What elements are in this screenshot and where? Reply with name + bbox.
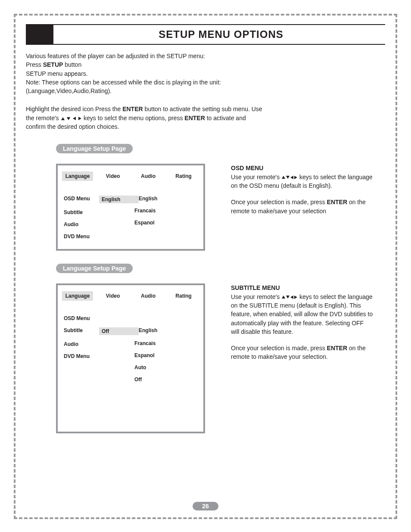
menu-value: English xyxy=(99,196,139,203)
menu-label: Subtitle xyxy=(62,327,102,333)
description-heading: SUBTITLE MENU xyxy=(231,283,373,292)
setup-section: Language Setup PageLanguageVideoAudioRat… xyxy=(56,144,385,251)
menu-option: Francais xyxy=(134,340,199,346)
menu-label: OSD Menu xyxy=(62,315,102,321)
arrow-up-icon xyxy=(282,176,285,179)
page: SETUP MENU OPTIONS Various features of t… xyxy=(0,0,411,532)
arrow-left-icon xyxy=(73,117,76,120)
intro-line: Press SETUP button xyxy=(26,60,385,69)
menu-value: Off xyxy=(99,327,139,335)
menu-option: English xyxy=(139,196,182,202)
section-pill: Language Setup Page xyxy=(56,144,133,153)
arrow-right-icon xyxy=(294,176,297,179)
intro-line: Various features of the player can be ad… xyxy=(26,52,385,60)
description-text: Use your remote's keys to select the lan… xyxy=(231,292,373,336)
menu-option: English xyxy=(139,327,182,333)
description: OSD MENUUse your remote's keys to select… xyxy=(231,164,373,223)
setup-section: Language Setup PageLanguageVideoAudioRat… xyxy=(56,264,385,433)
section-pill: Language Setup Page xyxy=(56,264,133,273)
description-text: Once your selection is made, press ENTER… xyxy=(231,344,373,361)
tab-row: LanguageVideoAudioRating xyxy=(62,171,199,181)
menu-label: Audio xyxy=(62,341,102,347)
title-marker xyxy=(26,25,53,44)
page-number: 26 xyxy=(193,502,218,510)
menu-row: DVD Menu xyxy=(62,233,199,240)
arrow-up-icon xyxy=(282,296,285,299)
tab: Language xyxy=(62,171,93,181)
menu-option: Off xyxy=(134,376,199,383)
tab: Rating xyxy=(168,291,199,301)
description: SUBTITLE MENUUse your remote's keys to s… xyxy=(231,283,373,369)
arrow-left-icon xyxy=(290,296,293,299)
arrow-down-icon xyxy=(286,296,290,299)
menu-option: Francais xyxy=(134,208,199,214)
two-column: LanguageVideoAudioRatingOSD MenuSubtitle… xyxy=(56,283,385,433)
arrow-right-icon xyxy=(78,117,81,120)
arrow-right-icon xyxy=(294,296,297,299)
arrow-down-icon xyxy=(67,117,70,120)
menu-option: Espanol xyxy=(134,220,199,226)
description-text: Once your selection is made, press ENTER… xyxy=(231,198,373,215)
title-row: SETUP MENU OPTIONS xyxy=(26,24,385,45)
tab-row: LanguageVideoAudioRating xyxy=(62,291,199,301)
osd-box: LanguageVideoAudioRatingOSD MenuEnglishE… xyxy=(56,164,205,251)
menu-label: DVD Menu xyxy=(62,233,102,240)
arrow-down-icon xyxy=(286,176,290,179)
arrow-left-icon xyxy=(290,176,293,179)
tab: Video xyxy=(97,291,128,301)
intro-line: (Language,Video,Audio,Rating). xyxy=(26,87,385,95)
menu-label: DVD Menu xyxy=(62,353,102,359)
intro-line: Note: These options can be accessed whil… xyxy=(26,78,385,87)
page-title: SETUP MENU OPTIONS xyxy=(57,28,385,40)
two-column: LanguageVideoAudioRatingOSD MenuEnglishE… xyxy=(56,164,385,251)
tab: Video xyxy=(97,171,128,181)
menu-label: Subtitle xyxy=(62,209,102,215)
instruction-paragraph: Highlight the desired icon Press the ENT… xyxy=(26,105,267,131)
tab: Language xyxy=(62,291,93,301)
description-text: Use your remote's keys to select the lan… xyxy=(231,173,373,190)
intro-line: SETUP menu appears. xyxy=(26,69,385,78)
menu-option: Auto xyxy=(134,364,199,370)
tab: Audio xyxy=(133,291,164,301)
option-list: FrancaisEspanolAutoOff xyxy=(134,340,199,383)
menu-row: OSD MenuEnglishEnglish xyxy=(62,196,199,203)
menu-label: Audio xyxy=(62,221,102,227)
intro-block: Various features of the player can be ad… xyxy=(26,52,385,95)
content: SETUP MENU OPTIONS Various features of t… xyxy=(26,24,385,446)
menu-row: OSD Menu xyxy=(62,315,199,321)
tab: Rating xyxy=(168,171,199,181)
menu-label: OSD Menu xyxy=(62,196,102,202)
page-number-wrap: 26 xyxy=(0,502,411,510)
menu-option: Espanol xyxy=(134,352,199,358)
osd-box: LanguageVideoAudioRatingOSD MenuSubtitle… xyxy=(56,283,205,433)
tab: Audio xyxy=(133,171,164,181)
arrow-up-icon xyxy=(61,117,65,120)
option-list: FrancaisEspanol xyxy=(134,208,199,226)
menu-row: SubtitleOffEnglish xyxy=(62,327,199,335)
description-heading: OSD MENU xyxy=(231,164,373,172)
